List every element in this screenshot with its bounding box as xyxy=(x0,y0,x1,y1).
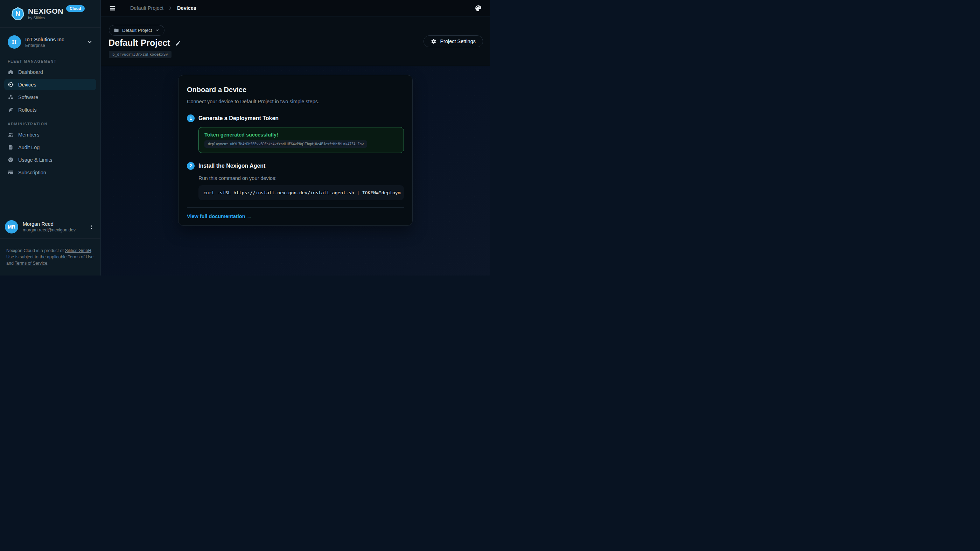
page-header: Default Project Default Project p_drvuqr… xyxy=(101,16,490,66)
project-settings-label: Project Settings xyxy=(440,38,476,44)
sidebar-item-software[interactable]: Software xyxy=(4,91,96,103)
step-1-number-badge: 1 xyxy=(187,115,195,122)
user-name: Morgan Reed xyxy=(23,221,76,227)
user-menu[interactable]: MR Morgan Reed morgan.reed@nexigon.dev xyxy=(0,215,100,239)
step-2-number-badge: 2 xyxy=(187,162,195,170)
org-selector[interactable]: II IoT Solutions Inc Enterprise xyxy=(4,33,96,51)
legal-prefix: Nexigon Cloud is a product of xyxy=(6,248,65,253)
sidebar-item-members[interactable]: Members xyxy=(4,129,96,140)
sidebar-item-dashboard[interactable]: Dashboard xyxy=(4,66,96,78)
sidebar-item-label: Software xyxy=(18,94,38,100)
project-settings-button[interactable]: Project Settings xyxy=(423,35,483,47)
kebab-menu-icon[interactable] xyxy=(87,222,95,231)
sidebar-item-label: Members xyxy=(18,132,39,138)
step-1-title: Generate a Deployment Token xyxy=(199,115,278,121)
org-name: IoT Solutions Inc xyxy=(25,37,64,42)
view-documentation-link[interactable]: View full documentation → xyxy=(187,213,251,219)
brand-text: NEXIGON Cloud by Silitics xyxy=(28,7,85,20)
sidebar-item-subscription[interactable]: Subscription xyxy=(4,167,96,178)
terms-of-use-link[interactable]: Terms of Use xyxy=(68,255,94,260)
theme-palette-icon[interactable] xyxy=(475,5,482,12)
sidebar-item-label: Devices xyxy=(18,82,37,88)
run-command-label: Run this command on your device: xyxy=(199,175,404,181)
sidebar-item-label: Usage & Limits xyxy=(18,157,52,163)
legal-footer: Nexigon Cloud is a product of Silitics G… xyxy=(0,243,100,271)
brand-byline: by Silitics xyxy=(28,16,85,20)
section-label-fleet: FLEET MANAGEMENT xyxy=(8,59,93,64)
sidebar-item-usage-limits[interactable]: Usage & Limits xyxy=(4,154,96,166)
credit-card-icon xyxy=(8,169,14,175)
project-selector-label: Default Project xyxy=(122,28,152,33)
token-success-message: Token generated successfully! xyxy=(204,132,398,138)
onboard-device-card: Onboard a Device Connect your device to … xyxy=(178,75,413,226)
legal-and: and xyxy=(6,261,15,266)
org-plan: Enterprise xyxy=(25,43,64,48)
section-label-administration: ADMINISTRATION xyxy=(8,122,93,126)
terms-of-service-link[interactable]: Terms of Service xyxy=(15,261,47,266)
main-area: Default Project Devices Default Project xyxy=(101,0,490,276)
project-selector-chip[interactable]: Default Project xyxy=(109,25,164,36)
breadcrumb-project[interactable]: Default Project xyxy=(130,5,164,11)
card-subtitle: Connect your device to Default Project i… xyxy=(187,99,404,104)
chevron-down-icon xyxy=(86,39,93,45)
sidebar: N NEXIGON Cloud by Silitics II IoT Solut… xyxy=(0,0,101,276)
silitics-link[interactable]: Silitics GmbH xyxy=(65,248,91,253)
page-title: Default Project xyxy=(108,38,170,48)
user-avatar: MR xyxy=(5,220,18,234)
token-success-panel: Token generated successfully! deployment… xyxy=(199,127,404,153)
hamburger-menu-icon[interactable] xyxy=(109,5,116,12)
sidebar-item-label: Subscription xyxy=(18,170,46,175)
gear-icon xyxy=(431,38,436,44)
project-id-badge: p_drvuqrj3BrxzgFkooekxSv xyxy=(109,51,172,58)
rocket-icon xyxy=(8,107,14,113)
step-1-header: 1 Generate a Deployment Token xyxy=(187,115,404,122)
install-command-code[interactable]: curl -sfSL https://install.nexigon.dev/i… xyxy=(199,185,404,200)
card-divider xyxy=(187,207,404,208)
brand-name: NEXIGON xyxy=(28,7,64,15)
org-avatar: II xyxy=(8,35,21,49)
legal-suffix: . xyxy=(47,261,48,266)
svg-text:N: N xyxy=(15,10,20,18)
folder-icon xyxy=(114,28,119,33)
sidebar-nav: FLEET MANAGEMENT Dashboard Devices xyxy=(0,53,100,179)
sidebar-item-rollouts[interactable]: Rollouts xyxy=(4,104,96,116)
sidebar-item-label: Audit Log xyxy=(18,145,40,150)
gauge-icon xyxy=(8,157,14,163)
nexigon-logo-icon: N xyxy=(11,7,24,21)
user-email: morgan.reed@nexigon.dev xyxy=(23,228,76,233)
members-icon xyxy=(8,132,14,138)
brand-logo-block[interactable]: N NEXIGON Cloud by Silitics xyxy=(0,0,100,28)
sidebar-item-label: Rollouts xyxy=(18,107,37,113)
edit-pencil-icon[interactable] xyxy=(175,40,181,46)
content-area: Onboard a Device Connect your device to … xyxy=(101,66,490,276)
cubes-icon xyxy=(8,94,14,100)
deployment-token-value: deployment_uhYL7H4tDH5EEvvBDFokh4vfzodLU… xyxy=(204,140,367,148)
sidebar-spacer xyxy=(0,179,100,215)
install-command-text: curl -sfSL https://install.nexigon.dev/i… xyxy=(204,190,401,195)
breadcrumb-current: Devices xyxy=(177,5,196,11)
sidebar-item-audit-log[interactable]: Audit Log xyxy=(4,142,96,153)
chevron-right-icon xyxy=(168,6,173,11)
sidebar-item-label: Dashboard xyxy=(18,69,43,75)
step-2-title: Install the Nexigon Agent xyxy=(199,163,265,169)
sidebar-item-devices[interactable]: Devices xyxy=(4,79,96,90)
step-2-header: 2 Install the Nexigon Agent xyxy=(187,162,404,170)
topbar: Default Project Devices xyxy=(101,0,490,16)
chip-icon xyxy=(8,81,14,88)
home-icon xyxy=(8,69,14,75)
card-title: Onboard a Device xyxy=(187,86,404,94)
audit-log-icon xyxy=(8,144,14,150)
cloud-badge: Cloud xyxy=(66,5,85,12)
chevron-down-icon xyxy=(155,28,160,33)
